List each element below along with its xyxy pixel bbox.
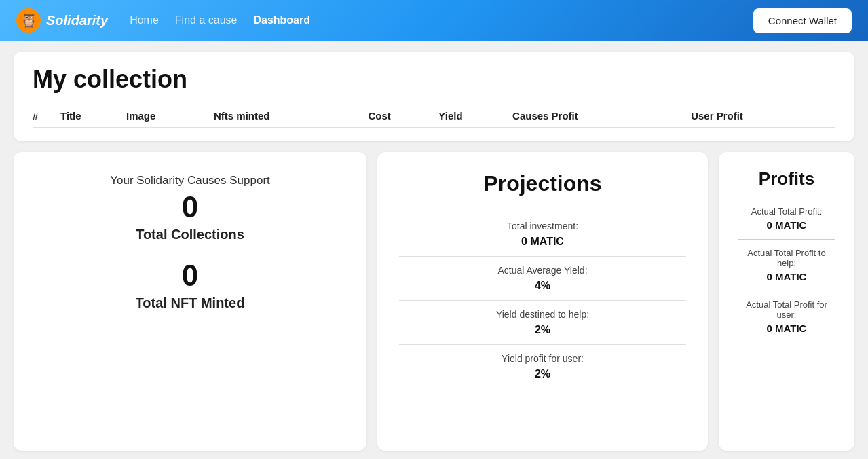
profit-help-label: Actual Total Profit to help: [738,248,835,268]
col-header-user-profit: User Profit [691,105,835,128]
logo[interactable]: 🦉 Solidarity [16,8,108,33]
col-header-cost: Cost [368,105,438,128]
col-header-title: Title [60,105,126,128]
proj-row-user-yield: Yield profit for user: 2% [399,345,686,388]
proj-row-help-yield: Yield destined to help: 2% [399,301,686,345]
total-nft-count: 0 [41,259,339,293]
nav-link-dashboard[interactable]: Dashboard [253,14,310,26]
profit-row-total: Actual Total Profit: 0 MATIC [738,206,835,231]
nav-link-find-cause[interactable]: Find a cause [175,14,238,26]
logo-icon: 🦉 [16,8,41,33]
col-header-nfts-minted: Nfts minted [214,105,368,128]
total-collections-count: 0 [41,190,339,224]
proj-user-yield-value: 2% [399,368,686,380]
profit-row-user: Actual Total Profit for user: 0 MATIC [738,299,835,334]
proj-row-investment: Total investment: 0 MATIC [399,213,686,257]
profit-total-label: Actual Total Profit: [738,206,835,217]
profits-divider-3 [738,291,835,291]
bottom-row: Your Solidarity Causes Support 0 Total C… [14,152,854,451]
collection-table: # Title Image Nfts minted Cost Yield Cau… [33,105,835,128]
proj-user-yield-label: Yield profit for user: [399,353,686,364]
nav-links: Home Find a cause Dashboard [130,14,310,26]
col-header-yield: Yield [438,105,512,128]
main-content: My collection # Title Image Nfts minted … [0,41,868,459]
profits-divider-1 [738,198,835,198]
proj-help-yield-value: 2% [399,324,686,336]
total-nft-label: Total NFT Minted [41,295,339,311]
nav-link-home[interactable]: Home [130,14,159,26]
col-header-image: Image [126,105,214,128]
proj-avg-yield-value: 4% [399,280,686,292]
collection-title: My collection [33,65,835,94]
total-collections-label: Total Collections [41,227,339,242]
projections-title: Projections [399,171,686,196]
proj-avg-yield-label: Actual Average Yield: [399,265,686,276]
profit-total-value: 0 MATIC [738,219,835,231]
profits-divider-2 [738,239,835,240]
col-header-hash: # [33,105,60,128]
profit-user-value: 0 MATIC [738,323,835,334]
logo-text: Solidarity [46,13,108,29]
table-header-row: # Title Image Nfts minted Cost Yield Cau… [33,105,835,128]
connect-wallet-button[interactable]: Connect Wallet [753,8,852,33]
profit-row-help: Actual Total Profit to help: 0 MATIC [738,248,835,282]
profits-title: Profits [738,168,835,189]
proj-investment-label: Total investment: [399,221,686,232]
proj-help-yield-label: Yield destined to help: [399,309,686,320]
navbar: 🦉 Solidarity Home Find a cause Dashboard… [0,0,868,41]
proj-row-avg-yield: Actual Average Yield: 4% [399,257,686,301]
collection-card: My collection # Title Image Nfts minted … [14,52,854,141]
projections-card: Projections Total investment: 0 MATIC Ac… [377,152,708,451]
col-header-causes-profit: Causes Profit [512,105,691,128]
profit-user-label: Actual Total Profit for user: [738,299,835,320]
proj-investment-value: 0 MATIC [399,236,686,248]
support-label: Your Solidarity Causes Support [41,174,339,187]
profits-card: Profits Actual Total Profit: 0 MATIC Act… [719,152,854,451]
profit-help-value: 0 MATIC [738,271,835,282]
stats-card: Your Solidarity Causes Support 0 Total C… [14,152,366,451]
